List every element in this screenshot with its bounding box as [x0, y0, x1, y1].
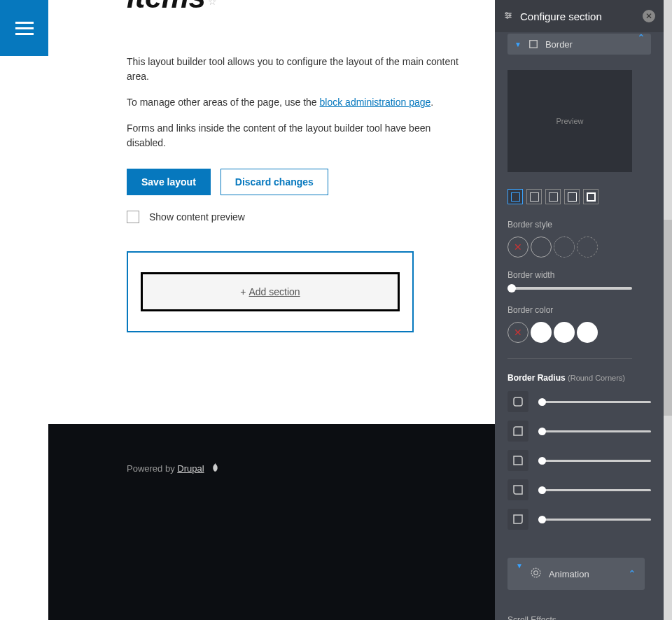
border-side-option[interactable]	[545, 189, 561, 204]
page-description: This layout builder tool allows you to c…	[127, 55, 467, 150]
triangle-down-icon: ▼	[516, 562, 523, 570]
border-side-option[interactable]	[564, 189, 580, 204]
radius-row-br	[507, 509, 651, 530]
page-title-wrap: items ☆	[127, 0, 467, 14]
border-style-none[interactable]: ✕	[507, 237, 528, 258]
border-style-solid[interactable]	[531, 237, 552, 258]
border-color-label: Border color	[507, 305, 651, 315]
svg-point-4	[509, 14, 510, 15]
scroll-effects-label: Scroll Effects	[507, 615, 651, 620]
panel-divider	[507, 358, 632, 359]
svg-rect-6	[530, 41, 538, 48]
triangle-down-icon: ▼	[514, 41, 522, 48]
show-preview-checkbox[interactable]	[127, 211, 139, 223]
radius-all-icon[interactable]	[507, 391, 528, 412]
border-radius-label: Border Radius (Round Corners)	[507, 373, 651, 383]
plus-icon: +	[240, 286, 246, 297]
border-side-swatches	[507, 189, 651, 204]
page-title: items	[127, 0, 205, 14]
animation-icon	[530, 567, 542, 581]
desc-paragraph-3: Forms and links inside the content of th…	[127, 121, 467, 150]
border-icon	[528, 39, 538, 49]
favorite-star-icon[interactable]: ☆	[208, 0, 217, 7]
radius-slider-tl[interactable]	[538, 430, 651, 432]
border-width-slider[interactable]	[507, 287, 632, 290]
border-side-option[interactable]	[583, 189, 598, 204]
desc-paragraph-1: This layout builder tool allows you to c…	[127, 55, 467, 84]
close-panel-button[interactable]: ✕	[643, 10, 655, 22]
border-style-label: Border style	[507, 220, 651, 230]
animation-accordion-header[interactable]: ▼ Animation ⌃	[507, 558, 645, 590]
desc-paragraph-2: To manage other areas of the page, use t…	[127, 95, 467, 110]
svg-rect-7	[514, 397, 522, 406]
panel-header: Configure section ✕	[495, 0, 664, 32]
border-color-white[interactable]	[531, 322, 552, 343]
add-section-button[interactable]: + Add section	[141, 272, 400, 311]
radius-bottom-right-icon[interactable]	[507, 509, 528, 530]
block-admin-link[interactable]: block administration page	[320, 97, 431, 108]
add-section-label: Add section	[249, 286, 300, 297]
panel-title: Configure section	[520, 10, 636, 22]
svg-point-8	[531, 568, 540, 577]
radius-bottom-left-icon[interactable]	[507, 479, 528, 500]
chevron-up-icon: ⌃	[637, 32, 645, 43]
hamburger-menu-button[interactable]	[0, 0, 48, 56]
radius-slider-bl[interactable]	[538, 489, 651, 491]
border-style-options: ✕	[507, 237, 651, 258]
discard-changes-button[interactable]: Discard changes	[220, 169, 328, 195]
border-style-dotted[interactable]	[554, 237, 575, 258]
show-preview-label: Show content preview	[149, 211, 245, 223]
show-preview-row: Show content preview	[127, 211, 467, 223]
chevron-up-icon: ⌃	[628, 568, 636, 579]
radius-slider-all[interactable]	[538, 401, 651, 403]
border-style-dashed[interactable]	[577, 237, 598, 258]
border-all-sides[interactable]	[507, 189, 523, 204]
drupal-logo-icon	[211, 463, 220, 476]
radius-top-left-icon[interactable]	[507, 421, 528, 442]
border-accordion-header[interactable]: ▼ Border ⌃	[507, 34, 651, 55]
configure-section-panel: Configure section ✕ ▼ Border ⌃ Preview B…	[495, 0, 672, 620]
action-buttons: Save layout Discard changes	[127, 169, 467, 195]
border-color-options: ✕	[507, 322, 651, 343]
border-side-option[interactable]	[526, 189, 542, 204]
radius-slider-br[interactable]	[538, 519, 651, 521]
save-layout-button[interactable]: Save layout	[127, 169, 211, 195]
svg-point-3	[506, 12, 507, 13]
border-color-white[interactable]	[577, 322, 598, 343]
border-width-label: Border width	[507, 270, 651, 280]
layout-region-selected[interactable]: + Add section	[127, 251, 414, 332]
radius-row-all	[507, 391, 651, 412]
settings-icon	[503, 10, 513, 22]
panel-scrollbar[interactable]	[664, 220, 672, 416]
border-color-none[interactable]: ✕	[507, 322, 528, 343]
svg-point-9	[534, 571, 538, 575]
radius-row-bl	[507, 479, 651, 500]
radius-top-right-icon[interactable]	[507, 450, 528, 471]
border-color-white[interactable]	[554, 322, 575, 343]
drupal-link[interactable]: Drupal	[177, 463, 204, 474]
main-content: items ☆ This layout builder tool allows …	[48, 0, 495, 620]
radius-row-tr	[507, 450, 651, 471]
svg-point-5	[507, 16, 508, 17]
border-preview-box: Preview	[507, 70, 632, 172]
radius-row-tl	[507, 421, 651, 442]
radius-slider-tr[interactable]	[538, 460, 651, 462]
page-footer: Powered by Drupal	[48, 424, 495, 620]
